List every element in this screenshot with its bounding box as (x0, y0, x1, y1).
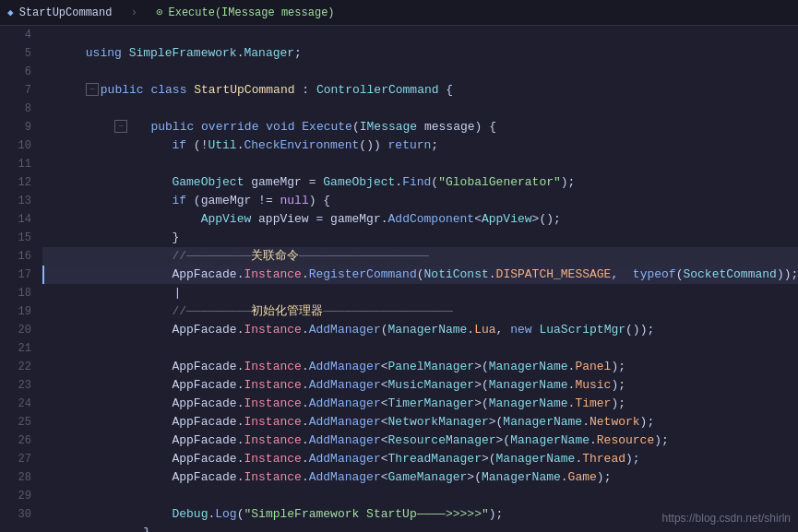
method-icon: ⊙ (156, 6, 162, 19)
code-line: − public override void Execute(IMessage … (42, 100, 798, 118)
file-icon: ◆ (7, 6, 14, 18)
watermark: https://blog.csdn.net/shirln (662, 512, 791, 525)
method-breadcrumb: ⊙ Execute(IMessage message) (156, 6, 334, 19)
code-line: GameObject gameMgr = GameObject.Find("Gl… (42, 155, 798, 173)
code-line: −public class StartUpCommand : Controlle… (42, 63, 798, 81)
file-tab[interactable]: ◆ StartUpCommand (7, 6, 112, 19)
method-name: Execute(IMessage message) (169, 6, 335, 19)
code-line: using SimpleFramework.Manager; (42, 26, 798, 44)
file-name: StartUpCommand (19, 6, 113, 19)
title-bar: ◆ StartUpCommand › ⊙ Execute(IMessage me… (0, 0, 798, 26)
code-line: Debug.Log("SimpleFramework StartUp————>>… (42, 487, 798, 505)
code-area: 4 5 6 7 8 9 10 11 12 13 14 15 16 17 18 1… (0, 26, 798, 532)
code-line: AppFacade.Instance.AddManager<PanelManag… (42, 339, 798, 358)
code-content: using SimpleFramework.Manager; −public c… (39, 26, 798, 532)
title-separator: › (130, 6, 137, 19)
line-numbers: 4 5 6 7 8 9 10 11 12 13 14 15 16 17 18 1… (0, 26, 39, 532)
